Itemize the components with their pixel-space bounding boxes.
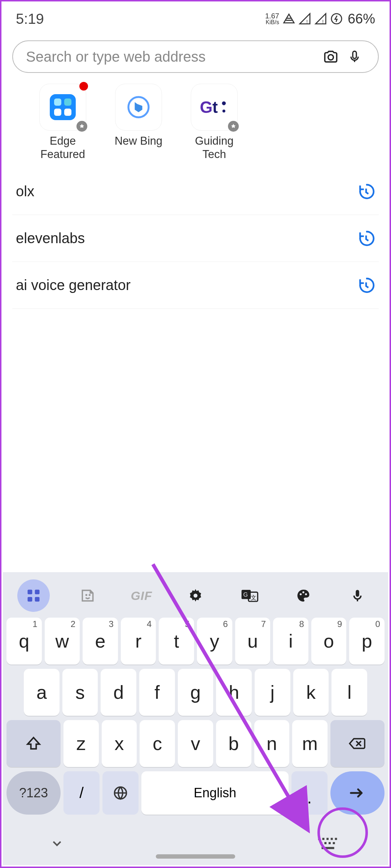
key-v[interactable]: v bbox=[178, 720, 213, 767]
home-indicator[interactable] bbox=[156, 854, 235, 859]
history-clock-icon bbox=[357, 229, 375, 247]
key-g[interactable]: g bbox=[178, 669, 214, 716]
key-o[interactable]: o9 bbox=[311, 618, 347, 665]
key-f[interactable]: f bbox=[139, 669, 175, 716]
keyboard-settings-button[interactable] bbox=[179, 579, 212, 612]
keyboard-toolbar: GIF G文 bbox=[3, 576, 388, 615]
quick-links: Edge Featured New Bing Gt Guiding Tech bbox=[1, 73, 390, 165]
svg-text:!: ! bbox=[306, 19, 308, 25]
key-alt-number: 3 bbox=[109, 619, 113, 629]
wifi-icon bbox=[283, 13, 295, 25]
key-w[interactable]: w2 bbox=[45, 618, 80, 665]
microphone-icon bbox=[347, 49, 362, 65]
keyboard-sticker-button[interactable] bbox=[71, 579, 104, 612]
translate-icon: G文 bbox=[241, 588, 258, 604]
history-text: elevenlabs bbox=[16, 230, 85, 246]
keyboard-apps-button[interactable] bbox=[17, 579, 50, 612]
symbols-key[interactable]: ?123 bbox=[6, 771, 61, 815]
camera-icon bbox=[323, 49, 339, 65]
svg-rect-15 bbox=[27, 590, 32, 595]
collapse-keyboard-button[interactable] bbox=[50, 836, 64, 851]
key-l[interactable]: l bbox=[331, 669, 367, 716]
history-item[interactable]: ai voice generator bbox=[12, 262, 379, 309]
backspace-key[interactable] bbox=[330, 720, 385, 767]
key-p[interactable]: p0 bbox=[349, 618, 385, 665]
microphone-icon bbox=[351, 588, 364, 604]
key-j[interactable]: j bbox=[255, 669, 290, 716]
svg-point-14 bbox=[223, 110, 225, 113]
pin-badge-icon bbox=[228, 121, 239, 132]
svg-point-27 bbox=[300, 593, 302, 596]
bing-icon bbox=[126, 95, 151, 120]
key-e[interactable]: e3 bbox=[83, 618, 118, 665]
svg-rect-35 bbox=[331, 838, 333, 840]
keyboard-theme-button[interactable] bbox=[287, 579, 320, 612]
key-u[interactable]: u7 bbox=[235, 618, 271, 665]
history-text: olx bbox=[16, 183, 34, 200]
key-d[interactable]: d bbox=[101, 669, 136, 716]
keyboard-row-3: zxcvbnm bbox=[3, 718, 388, 769]
key-h[interactable]: h bbox=[216, 669, 252, 716]
svg-rect-37 bbox=[320, 842, 322, 844]
svg-point-19 bbox=[85, 594, 87, 596]
status-time: 5:19 bbox=[16, 11, 44, 27]
keyboard-gif-button[interactable]: GIF bbox=[125, 579, 158, 612]
key-z[interactable]: z bbox=[63, 720, 99, 767]
key-n[interactable]: n bbox=[254, 720, 290, 767]
key-q[interactable]: q1 bbox=[6, 618, 42, 665]
backspace-icon bbox=[348, 736, 367, 751]
key-b[interactable]: b bbox=[216, 720, 251, 767]
battery-saver-icon bbox=[330, 13, 343, 25]
svg-rect-7 bbox=[64, 98, 71, 106]
gif-icon: GIF bbox=[131, 589, 152, 603]
spacebar-key[interactable]: English bbox=[141, 771, 289, 815]
bookmark-guiding-tech[interactable]: Gt Guiding Tech bbox=[182, 84, 247, 161]
key-y[interactable]: y6 bbox=[197, 618, 232, 665]
address-bar[interactable] bbox=[12, 40, 379, 73]
sticker-icon bbox=[80, 588, 96, 604]
status-bar: 5:19 1.67 KiB/s ! ! 66% bbox=[1, 1, 390, 34]
history-item[interactable]: olx bbox=[12, 168, 379, 215]
svg-point-20 bbox=[88, 594, 91, 596]
key-c[interactable]: c bbox=[140, 720, 175, 767]
key-a[interactable]: a bbox=[24, 669, 60, 716]
key-s[interactable]: s bbox=[62, 669, 98, 716]
guiding-tech-icon: Gt bbox=[200, 96, 229, 118]
key-alt-number: 1 bbox=[32, 619, 37, 629]
signal-1-icon: ! bbox=[299, 13, 311, 25]
keyboard-row-2: asdfghjkl bbox=[3, 667, 388, 718]
key-m[interactable]: m bbox=[292, 720, 328, 767]
voice-search-button[interactable] bbox=[346, 48, 364, 66]
slash-key[interactable]: / bbox=[63, 771, 100, 815]
svg-rect-18 bbox=[35, 597, 40, 602]
period-key[interactable]: . bbox=[291, 771, 328, 815]
gear-icon bbox=[188, 588, 203, 604]
enter-key[interactable] bbox=[330, 771, 385, 815]
bookmark-edge-featured[interactable]: Edge Featured bbox=[30, 84, 95, 161]
on-screen-keyboard: GIF G文 q1w2e3r4t5y6u7i8o9p0 asdfghjkl zx… bbox=[3, 572, 388, 865]
key-r[interactable]: r4 bbox=[121, 618, 156, 665]
svg-point-29 bbox=[305, 593, 307, 596]
history-item[interactable]: elevenlabs bbox=[12, 215, 379, 262]
key-t[interactable]: t5 bbox=[159, 618, 194, 665]
keyboard-switch-button[interactable] bbox=[316, 834, 341, 852]
key-i[interactable]: i8 bbox=[273, 618, 308, 665]
key-k[interactable]: k bbox=[293, 669, 329, 716]
search-input[interactable] bbox=[26, 49, 316, 65]
grid-icon bbox=[26, 588, 41, 604]
history-suggestions: olx elevenlabs ai voice generator bbox=[12, 168, 379, 309]
key-x[interactable]: x bbox=[102, 720, 137, 767]
keyboard-voice-button[interactable] bbox=[341, 579, 374, 612]
keyboard-row-1: q1w2e3r4t5y6u7i8o9p0 bbox=[3, 615, 388, 667]
shift-key[interactable] bbox=[6, 720, 61, 767]
bookmark-label: Guiding Tech bbox=[182, 134, 247, 161]
pin-badge-icon bbox=[76, 121, 87, 132]
keyboard-translate-button[interactable]: G文 bbox=[233, 579, 266, 612]
svg-rect-33 bbox=[322, 838, 325, 840]
palette-icon bbox=[295, 588, 311, 604]
language-key[interactable] bbox=[102, 771, 139, 815]
camera-search-button[interactable] bbox=[322, 48, 340, 66]
svg-text:!: ! bbox=[322, 19, 324, 25]
bookmark-new-bing[interactable]: New Bing bbox=[106, 84, 171, 161]
status-indicators: 1.67 KiB/s ! ! 66% bbox=[265, 11, 375, 27]
